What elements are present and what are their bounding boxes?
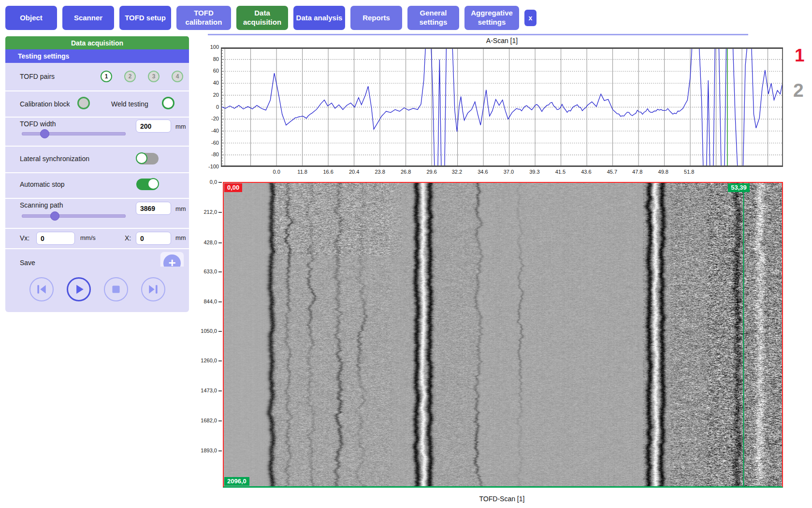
tofd-width-slider[interactable] — [22, 132, 126, 135]
tofd-width-input[interactable] — [136, 120, 171, 133]
x-unit: mm — [175, 234, 186, 241]
tofd-y-tick-mark — [218, 242, 222, 243]
calibration-block-radio[interactable] — [77, 97, 90, 109]
tofd-y-tick: 1473,0 — [186, 388, 217, 393]
tofd-y-tick-mark — [218, 331, 222, 332]
scanning-path-label: Scanning path — [20, 201, 63, 209]
play-icon — [72, 283, 85, 296]
app-window: { "colors":{ "blue":"#5057e3","blueLight… — [0, 0, 812, 508]
weld-testing-label: Weld testing — [111, 100, 148, 108]
save-label: Save — [20, 259, 35, 267]
row-auto-stop: Automatic stop — [5, 173, 189, 199]
settings-sidebar: Data acquisition Testing settings TOFD p… — [5, 36, 189, 277]
row-scanning-path: Scanning path mm — [5, 199, 189, 229]
tab-tofd-calibration[interactable]: TOFD calibration — [176, 6, 231, 30]
ascan-y-tick: 0 — [201, 104, 219, 110]
tofd-width-slider-thumb[interactable] — [40, 129, 49, 138]
tofd-y-tick-mark — [218, 360, 222, 361]
scanning-path-input[interactable] — [136, 202, 171, 215]
ascan-x-tick: 34.6 — [476, 169, 490, 175]
tab-data-acquisition[interactable]: Data acquisition — [236, 6, 288, 30]
row-mode: Calibration block Weld testing — [5, 91, 189, 118]
horizontal-splitter[interactable] — [208, 34, 748, 35]
ascan-x-tick: 49.8 — [656, 169, 670, 175]
tofd-end-badge: 2096,0 — [224, 477, 249, 486]
pair-circle-3[interactable]: 3 — [148, 71, 160, 82]
ascan-x-tick: 16.6 — [321, 169, 335, 175]
ascan-x-tick: 43.6 — [579, 169, 594, 175]
tofd-y-tick-mark — [218, 420, 222, 421]
scanning-path-slider[interactable] — [22, 214, 126, 218]
tab-data-analysis[interactable]: Data analysis — [293, 6, 345, 30]
tofd-y-tick-mark — [218, 212, 222, 213]
ascan-y-tick: 20 — [201, 92, 219, 98]
pair-circle-4[interactable]: 4 — [172, 71, 183, 82]
tofd-y-tick: 1682,0 — [186, 418, 217, 423]
ascan-y-tick: -60 — [201, 140, 219, 146]
tab-reports[interactable]: Reports — [350, 6, 402, 30]
ascan-x-tick: 41.5 — [553, 169, 567, 175]
row-lateral-sync: Lateral synchronization — [5, 147, 189, 173]
x-input[interactable] — [136, 232, 171, 245]
ascan-x-tick: 51.8 — [682, 169, 696, 175]
pair-circle-2[interactable]: 2 — [124, 71, 136, 82]
stop-icon — [110, 283, 122, 296]
tofd-pairs-group: 1 2 3 4 — [101, 71, 183, 82]
skip-to-start-icon — [35, 283, 48, 296]
tab-general-settings[interactable]: General settings — [407, 6, 459, 30]
weld-testing-radio[interactable] — [162, 97, 174, 109]
tofd-y-tick: 1050,0 — [186, 328, 217, 334]
ascan-title: A-Scan [1] — [221, 37, 783, 45]
pair-circle-1[interactable]: 1 — [101, 71, 112, 82]
ascan-x-tick: 37.0 — [501, 169, 516, 175]
ascan-y-tick: -20 — [201, 116, 219, 121]
play-button[interactable] — [67, 277, 91, 301]
stop-button[interactable] — [104, 277, 128, 301]
ascan-plot[interactable] — [221, 47, 783, 167]
ascan-x-tick: 29.6 — [424, 169, 439, 175]
ascan-x-tick: 0.0 — [269, 169, 284, 175]
ascan-x-tick: 39.3 — [527, 169, 542, 175]
row-tofd-pairs: TOFD pairs 1 2 3 4 — [5, 63, 189, 91]
skip-to-end-button[interactable] — [141, 277, 165, 301]
ascan-x-tick: 45.7 — [605, 169, 619, 175]
tofd-y-tick-mark — [218, 450, 222, 451]
tofd-y-tick: 1893,0 — [186, 448, 217, 453]
tofd-width-label: TOFD width — [20, 120, 56, 128]
scanning-path-unit: mm — [175, 205, 186, 212]
lateral-sync-label: Lateral synchronization — [20, 155, 89, 163]
ascan-y-tick: 80 — [201, 56, 219, 62]
vx-input[interactable] — [36, 232, 75, 245]
sidebar-title: Data acquisition — [5, 36, 189, 49]
tofd-y-tick: 844,0 — [186, 299, 217, 304]
channel-2-selector[interactable]: 2 — [793, 81, 804, 100]
tab-scanner[interactable]: Scanner — [62, 6, 114, 30]
tab-tofd-setup[interactable]: TOFD setup — [119, 6, 171, 30]
auto-stop-toggle[interactable] — [136, 179, 159, 190]
top-nav: Object Scanner TOFD setup TOFD calibrati… — [5, 6, 536, 30]
scanning-path-slider-thumb[interactable] — [50, 211, 59, 221]
ascan-x-tick: 11.8 — [295, 169, 310, 175]
tofd-title: TOFD-Scan [1] — [221, 495, 783, 503]
channel-1-selector[interactable]: 1 — [795, 46, 805, 64]
vx-unit: mm/s — [80, 234, 96, 241]
skip-to-end-icon — [147, 283, 160, 296]
tofd-y-tick-mark — [218, 390, 222, 391]
tofd-y-tick-mark — [218, 182, 222, 183]
tab-aggregative-settings[interactable]: Aggregative settings — [464, 6, 519, 30]
tofd-width-unit: mm — [175, 123, 186, 130]
row-tofd-width: TOFD width mm — [5, 118, 189, 147]
skip-to-start-button[interactable] — [29, 277, 54, 301]
ascan-y-tick: -80 — [201, 151, 219, 157]
tofd-y-tick: 1260,0 — [186, 358, 217, 363]
tofd-bscan-canvas[interactable] — [224, 183, 782, 486]
close-button[interactable]: x — [524, 10, 536, 26]
tofd-y-tick: 428,0 — [186, 239, 217, 245]
playback-panel — [5, 267, 189, 312]
ascan-y-tick: 100 — [201, 44, 219, 50]
sidebar-section-testing-settings: Testing settings — [5, 49, 189, 63]
lateral-sync-toggle[interactable] — [136, 153, 159, 164]
tofd-scan-image[interactable]: 0,00 53,39 2096,0 — [223, 182, 783, 488]
tab-object[interactable]: Object — [5, 6, 57, 30]
auto-stop-label: Automatic stop — [20, 180, 65, 188]
